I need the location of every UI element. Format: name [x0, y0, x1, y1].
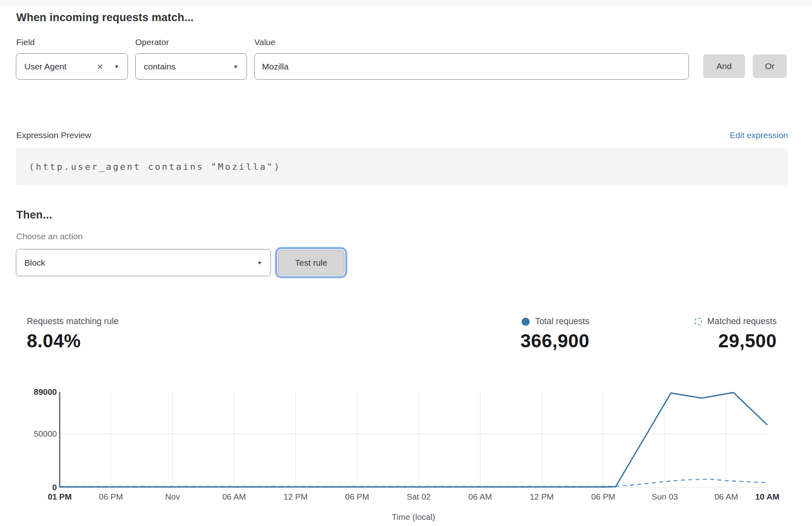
requests-matching-label: Requests matching rule [27, 316, 119, 327]
total-requests-legend[interactable]: Total requests [520, 316, 589, 327]
test-rule-button[interactable]: Test rule [278, 250, 344, 275]
x-tick-label: 01 PM [48, 492, 71, 501]
panel-top-edge [0, 0, 812, 5]
operator-label: Operator [135, 37, 169, 47]
expression-preview-label: Expression Preview [16, 130, 91, 140]
matched-requests-ring-icon [694, 318, 702, 325]
x-tick-label: 12 PM [530, 492, 554, 501]
requests-chart[interactable]: 0500008900001 PM06 PMNov06 AM12 PM06 PMS… [0, 378, 812, 526]
field-label: Field [16, 37, 35, 47]
matched-requests-legend[interactable]: Matched requests [694, 316, 777, 327]
operator-select[interactable]: contains ▼ [135, 53, 247, 80]
field-select[interactable]: User Agent × ▼ [16, 53, 128, 80]
x-tick-label: 06 PM [99, 492, 123, 501]
total-requests-line [60, 392, 767, 487]
x-tick-label: Nov [165, 492, 180, 501]
and-button[interactable]: And [703, 54, 745, 78]
x-axis-title: Time (local) [392, 512, 435, 522]
requests-matching-value: 8.04% [27, 330, 119, 352]
clear-field-icon[interactable]: × [97, 61, 103, 72]
value-input[interactable] [254, 53, 689, 80]
x-tick-label: 06 AM [715, 492, 738, 501]
y-tick-label: 89000 [34, 387, 57, 396]
value-label: Value [254, 37, 275, 47]
total-requests-dot-icon [522, 318, 530, 326]
edit-expression-link[interactable]: Edit expression [730, 130, 788, 140]
matched-requests-line [60, 479, 767, 487]
expression-code: (http.user_agent contains "Mozilla") [29, 162, 281, 172]
total-requests-label: Total requests [535, 316, 589, 327]
chevron-down-icon: ▼ [114, 64, 119, 69]
x-tick-label: Sun 03 [652, 492, 678, 501]
expression-code-box: (http.user_agent contains "Mozilla") [16, 148, 788, 185]
x-tick-label: 10 AM [755, 492, 780, 501]
action-select[interactable]: Block ▼ [16, 249, 271, 276]
field-selected-value: User Agent [24, 62, 97, 71]
or-button[interactable]: Or [753, 54, 787, 78]
y-tick-label: 0 [52, 483, 57, 492]
x-tick-label: 06 AM [468, 492, 492, 501]
choose-action-label: Choose an action [16, 232, 82, 241]
operator-selected-value: contains [144, 62, 233, 71]
x-tick-label: 12 PM [284, 492, 307, 501]
total-requests-value: 366,900 [520, 330, 589, 352]
matched-requests-label: Matched requests [707, 316, 777, 327]
y-tick-label: 50000 [34, 429, 57, 438]
matched-requests-value: 29,500 [694, 330, 777, 352]
x-tick-label: 06 PM [345, 492, 369, 501]
x-tick-label: 06 PM [591, 492, 615, 501]
action-selected-value: Block [24, 258, 257, 268]
x-tick-label: Sat 02 [407, 492, 431, 501]
chevron-down-icon: ▼ [257, 260, 262, 265]
page-title: When incoming requests match... [16, 11, 194, 24]
then-heading: Then... [16, 209, 52, 221]
x-tick-label: 06 AM [222, 492, 246, 501]
chevron-down-icon: ▼ [233, 64, 238, 69]
